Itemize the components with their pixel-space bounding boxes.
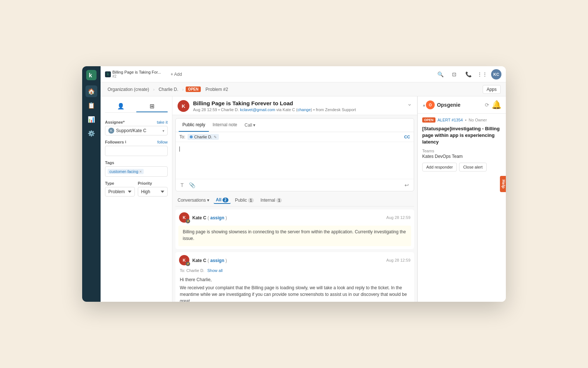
reply-editor[interactable] [176,142,414,179]
send-btn[interactable]: ↩ [403,181,410,189]
conv-message-1: K ⚡ Kate C ( assign ) [175,209,414,249]
ticket-properties-panel: 👤 ⊞ Assignee* take it K Support/Kate C ▾ [101,96,172,302]
assignee-field: Assignee* take it K Support/Kate C ▾ [105,120,168,135]
take-it-link[interactable]: take it [157,120,168,124]
conv-time-1: Aug 28 12:59 [386,215,410,220]
conv-author-1: Kate C ( assign ) [192,215,227,220]
alert-no-owner: • [465,118,466,122]
tab-call[interactable]: Call ▾ [241,119,259,131]
conversation-panel: K Billing Page is Taking Forever to Load… [172,96,417,302]
conv-msg-body-1: Billing page is showing slowness in conn… [178,226,411,246]
follow-link[interactable]: follow [157,140,168,144]
sidebar-item-settings[interactable]: ⚙️ [85,127,97,139]
assign-link-2[interactable]: assign [210,258,224,263]
public-label: Public [235,198,247,203]
conversations-section: Conversations ▾ All 2 Public 1 Interna [172,194,417,302]
tag-label: customer-facing [109,169,138,174]
right-panel-content: OPEN ALERT #1354 • No Owner [Statuspage]… [418,114,506,175]
svg-text:k: k [89,72,92,78]
edit-recipient-icon[interactable]: ✎ [214,135,217,139]
tab-public-reply[interactable]: Public reply [179,118,209,132]
breadcrumb-sep-2: › [182,87,184,92]
conv-avatar-2: K ⚡ [179,255,189,265]
alert-badge-row: OPEN ALERT #1354 • No Owner [422,117,501,123]
reply-tabs: Public reply Internal note Call ▾ [176,118,414,132]
panel-tab-grid[interactable]: ⊞ [136,101,168,112]
add-button[interactable]: + Add [168,71,184,78]
alert-team-label: Teams [422,149,501,153]
alert-actions: Add responder Close alert [422,163,501,171]
tag-remove[interactable]: × [139,169,141,174]
phone-button[interactable]: 📞 [463,69,473,79]
tag-chip: customer-facing × [108,169,144,174]
topbar-right: 🔍 ⊡ 📞 ⋮⋮ KC [435,69,501,79]
recipient-name: Charlie D. [194,135,212,139]
type-col: Type Problem [105,181,135,197]
opsgenie-icon: O [426,100,435,109]
breadcrumb-user[interactable]: Charlie D. [157,86,180,93]
assignee-label: Assignee* [105,120,125,124]
public-count: 1 [248,198,254,203]
priority-select[interactable]: High [138,187,168,197]
tags-field: Tags customer-facing × [105,160,168,177]
all-count: 2 [223,198,228,202]
collapse-btn[interactable]: ▲ [422,103,426,107]
ticket-email[interactable]: kclavet@gmail.com [240,107,275,112]
filter-conversations[interactable]: Conversations ▾ [175,197,211,204]
opsgenie-logo-btn[interactable]: 🔔 [491,100,501,110]
call-chevron: ▾ [253,123,255,128]
assign-link-1[interactable]: assign [210,215,224,220]
user-avatar[interactable]: KC [491,69,501,79]
conv-message-2: K ⚡ Kate C ( assign ) [175,252,414,302]
alert-open-badge: OPEN [422,117,435,123]
sidebar-item-tickets[interactable]: 📋 [85,99,97,111]
apps-button[interactable]: Apps [483,85,501,94]
panel-tabs: 👤 ⊞ [105,101,168,113]
assignee-select[interactable]: K Support/Kate C ▾ [105,126,168,135]
type-select[interactable]: Problem [105,187,135,197]
filter-public[interactable]: Public 1 [233,197,256,204]
priority-col: Priority High [138,181,168,197]
reply-toolbar: T 📎 ↩ [176,179,414,191]
reply-to-row: To: Charlie D. ✎ CC [176,132,414,142]
conv-body-text: We received your complaint that the Bill… [180,284,410,302]
followers-box[interactable] [105,146,168,156]
views-button[interactable]: ⊡ [449,69,459,79]
breadcrumb-org[interactable]: Organization (create) [106,86,151,93]
attachment-btn[interactable]: 📎 [188,181,196,189]
reply-area: Public reply Internal note Call ▾ To: Ch… [175,118,414,191]
breadcrumb-ticket[interactable]: Problem #2 [204,86,230,93]
sidebar-item-home[interactable]: 🏠 [85,85,97,97]
internal-count: 1 [276,198,282,203]
help-tab[interactable]: Help [500,176,506,192]
cc-button[interactable]: CC [404,135,410,139]
breadcrumb-sep-1: › [153,87,155,92]
filter-chevron: ▾ [207,198,209,203]
status-badge: OPEN [186,86,200,92]
main-area: k Billing Page is Taking For... #2 + Add… [101,66,506,302]
ticket-collapse-btn[interactable]: ⌄ [407,100,412,107]
tab-internal-note[interactable]: Internal note [209,118,241,132]
sidebar-item-reports[interactable]: 📊 [85,113,97,125]
close-alert-btn[interactable]: Close alert [459,163,487,171]
text-format-btn[interactable]: T [179,181,185,189]
opsgenie-title: Opsgenie [437,102,461,108]
alert-team-name: Kates DevOps Team [422,154,501,159]
refresh-btn[interactable]: ⟳ [485,102,489,108]
ticket-change-link[interactable]: change [297,107,311,112]
ticket-header: K Billing Page is Taking Forever to Load… [172,96,417,115]
type-label: Type [105,181,114,185]
ticket-via: via Kate C [276,107,295,112]
filter-all[interactable]: All 2 [214,197,231,204]
grid-button[interactable]: ⋮⋮ [477,69,487,79]
tags-input[interactable]: customer-facing × [105,166,168,177]
conv-to-row-2: To: Charlie D. Show all [175,268,414,274]
tags-label: Tags [105,160,114,165]
assignee-chevron: ▾ [162,129,164,133]
show-all-link[interactable]: Show all [207,268,223,273]
panel-tab-person[interactable]: 👤 [105,101,136,112]
add-responder-btn[interactable]: Add responder [422,163,457,171]
search-button[interactable]: 🔍 [435,69,445,79]
conv-avatar-1: K ⚡ [179,212,189,223]
filter-internal[interactable]: Internal 1 [258,197,284,204]
